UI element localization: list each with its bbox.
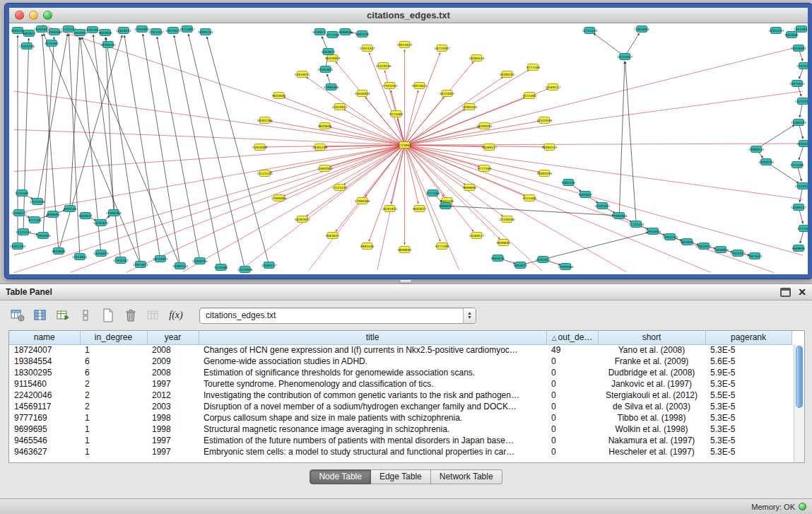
graph-node[interactable]: 17999366 — [611, 213, 627, 219]
cell-out_degree[interactable]: 0 — [546, 390, 598, 401]
cell-year[interactable]: 1998 — [147, 424, 199, 435]
cell-out_degree[interactable]: 0 — [546, 367, 598, 378]
graph-node[interactable]: 18300295 — [536, 170, 552, 177]
graph-node[interactable]: 9777169 — [28, 217, 41, 223]
graph-edge[interactable] — [42, 25, 405, 145]
graph-node[interactable]: 18724007 — [617, 54, 632, 60]
graph-node[interactable]: 9699695 — [463, 185, 476, 191]
graph-node[interactable]: 14569117 — [469, 233, 485, 239]
graph-node[interactable]: 15056804 — [355, 90, 370, 97]
graph-node[interactable]: 18300295 — [796, 141, 808, 147]
cell-title[interactable]: Embryonic stem cells: a model to study s… — [199, 446, 546, 457]
graph-node[interactable]: 16261831 — [535, 257, 551, 263]
table-settings-icon[interactable] — [8, 307, 27, 324]
graph-edge[interactable] — [756, 125, 794, 149]
cell-year[interactable]: 2012 — [147, 390, 199, 401]
cell-in_degree[interactable]: 1 — [80, 446, 147, 457]
graph-node[interactable]: 19384554 — [462, 104, 478, 110]
float-panel-icon[interactable] — [780, 288, 791, 297]
graph-node[interactable]: 9463627 — [78, 213, 92, 219]
graph-edge[interactable] — [405, 91, 804, 145]
graph-node[interactable]: 22420046 — [19, 43, 35, 49]
cell-short[interactable]: Yano et al. (2008) — [598, 344, 705, 356]
cell-year[interactable]: 1997 — [147, 435, 199, 446]
graph-node[interactable]: 18300295 — [758, 159, 774, 165]
cell-name[interactable]: 9115460 — [9, 378, 80, 390]
graph-node[interactable]: 14569117 — [545, 84, 560, 90]
table-scrollbar-thumb[interactable] — [796, 346, 803, 408]
graph-edge[interactable] — [188, 34, 245, 269]
graph-node[interactable]: 18300295 — [499, 71, 514, 78]
graph-node[interactable]: 9465546 — [63, 206, 76, 212]
cell-out_degree[interactable]: 0 — [546, 412, 598, 424]
cell-pagerank[interactable]: 5.3E-5 — [705, 424, 792, 435]
cell-out_degree[interactable]: 49 — [546, 344, 598, 356]
close-panel-icon[interactable]: ✕ — [798, 287, 806, 297]
graph-node[interactable]: 10974621 — [133, 262, 148, 268]
network-window-titlebar[interactable]: citations_edges.txt — [9, 8, 808, 23]
col-header-title[interactable]: title — [199, 331, 546, 344]
cell-pagerank[interactable]: 5.3E-5 — [705, 378, 792, 390]
cell-in_degree[interactable]: 2 — [80, 378, 147, 390]
table-scrollbar[interactable] — [794, 344, 804, 462]
graph-node[interactable]: 9603606 — [272, 93, 286, 99]
graph-node[interactable]: 17924342 — [382, 83, 398, 89]
graph-node[interactable]: 9777169 — [326, 32, 339, 38]
graph-node[interactable]: 16261831 — [295, 216, 310, 223]
graph-node[interactable]: 15056804 — [713, 247, 729, 253]
graph-node[interactable]: 11125150 — [257, 170, 273, 177]
graph-edge[interactable] — [23, 38, 29, 232]
graph-edge[interactable] — [37, 34, 68, 201]
graph-node[interactable]: 17924342 — [360, 45, 375, 52]
graph-edge[interactable] — [405, 145, 775, 273]
graph-node[interactable]: 17999366 — [355, 198, 370, 204]
graph-node[interactable]: 19384554 — [198, 29, 213, 35]
graph-node[interactable]: 9603606 — [681, 239, 694, 245]
graph-node[interactable]: 11125150 — [16, 229, 31, 235]
table-row[interactable]: 946362711997Embryonic stem cells: a mode… — [9, 446, 792, 457]
cell-name[interactable]: 9699695 — [9, 424, 80, 435]
graph-edge[interactable] — [405, 46, 804, 145]
graph-node[interactable]: 12610651 — [116, 28, 131, 34]
table-row[interactable]: 911546021997Tourette syndrome. Phenomeno… — [9, 378, 792, 390]
cell-name[interactable]: 22420046 — [9, 390, 80, 401]
graph-node[interactable]: 22420046 — [536, 117, 552, 124]
cell-out_degree[interactable]: 0 — [546, 435, 598, 446]
cell-in_degree[interactable]: 6 — [80, 367, 147, 378]
graph-node[interactable]: 9463627 — [322, 49, 335, 55]
graph-node[interactable]: 9115460 — [790, 162, 804, 168]
graph-edge[interactable] — [70, 37, 80, 209]
cell-name[interactable]: 9465546 — [9, 435, 80, 446]
graph-edge[interactable] — [105, 37, 114, 213]
col-header-pagerank[interactable]: pagerank — [705, 331, 792, 344]
graph-edge[interactable] — [14, 129, 405, 145]
graph-node[interactable]: 9699695 — [46, 211, 59, 218]
cell-title[interactable]: Tourette syndrome. Phenomenology and cla… — [199, 378, 546, 390]
cell-title[interactable]: Corpus callosum shape and size in male p… — [199, 412, 546, 424]
table-row[interactable]: 1872400712008Changes of HCN gene express… — [9, 344, 792, 356]
graph-edge[interactable] — [594, 33, 625, 57]
graph-node[interactable]: 16261831 — [382, 206, 398, 212]
graph-node[interactable]: 22420046 — [237, 267, 253, 273]
table-select-dropdown[interactable]: citations_edges.txt ▲▼ — [199, 308, 476, 324]
graph-node[interactable]: 16261831 — [318, 66, 334, 73]
graph-node[interactable]: 15950004 — [252, 144, 268, 151]
graph-node[interactable]: 15950004 — [634, 26, 649, 33]
graph-node[interactable]: 18301293 — [768, 28, 784, 34]
graph-edge[interactable] — [106, 37, 141, 264]
tab-edge-table[interactable]: Edge Table — [371, 469, 431, 484]
function-builder-icon[interactable]: f(x) — [167, 307, 185, 324]
graph-node[interactable]: 15056804 — [791, 45, 806, 52]
cell-title[interactable]: Estimation of significance thresholds fo… — [199, 367, 546, 378]
minimize-window-button[interactable] — [29, 11, 38, 20]
graph-edge[interactable] — [207, 37, 269, 265]
cell-pagerank[interactable]: 5.3E-5 — [705, 412, 792, 424]
graph-node[interactable]: 18724007 — [180, 26, 195, 33]
graph-edge[interactable] — [625, 33, 639, 57]
cell-title[interactable]: Structural magnetic resonance image aver… — [199, 424, 546, 435]
table-row[interactable]: 1830029562008Estimation of significance … — [9, 367, 792, 378]
graph-node[interactable]: 9115460 — [15, 190, 28, 197]
graph-node[interactable]: 15950004 — [35, 233, 51, 239]
graph-node[interactable]: 9603606 — [318, 123, 331, 129]
cell-in_degree[interactable]: 2 — [80, 401, 147, 412]
